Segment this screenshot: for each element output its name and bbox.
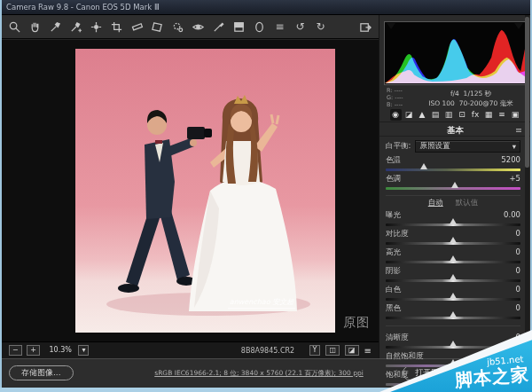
- slider-label: 黑色: [386, 303, 401, 312]
- straighten-tool-icon[interactable]: [129, 20, 145, 35]
- tab-hsl-grayscale[interactable]: ▤: [430, 109, 442, 121]
- tab-effects[interactable]: fx: [470, 109, 481, 121]
- tab-basic[interactable]: ◉: [390, 109, 402, 121]
- slider-thumb[interactable]: [420, 163, 427, 169]
- white-balance-row: 白平衡: 原照设置 ▾: [386, 138, 520, 153]
- color-sampler-tool-icon[interactable]: [68, 20, 83, 35]
- photo-watermark-text: anwenchao 安文超: [230, 298, 294, 306]
- save-image-button[interactable]: 存储图像...: [9, 365, 74, 380]
- slider-thumb[interactable]: [450, 218, 457, 224]
- slider-thumb[interactable]: [451, 182, 458, 188]
- auto-default-links: 自动 默认值: [386, 195, 520, 210]
- crop-tool-icon[interactable]: [109, 20, 124, 35]
- slider-value[interactable]: 0.00: [504, 210, 520, 219]
- slider-value[interactable]: 0: [516, 266, 520, 275]
- copy-settings-button[interactable]: ◪: [345, 345, 359, 356]
- slider-track[interactable]: [386, 317, 520, 319]
- slider-label: 色调: [386, 174, 401, 183]
- rgb-readout: R: ----G: ----B: ----: [387, 87, 403, 108]
- before-after-cycle-button[interactable]: Y: [309, 345, 321, 356]
- zoom-out-button[interactable]: −: [9, 345, 22, 356]
- radial-filter-tool-icon[interactable]: [252, 20, 267, 35]
- targeted-adjustment-tool-icon[interactable]: [89, 20, 104, 35]
- toolbar: ≡ ↺ ↻: [2, 15, 379, 39]
- zoom-level-value[interactable]: 10.3%: [47, 346, 74, 355]
- photo-preview[interactable]: anwenchao 安文超: [75, 49, 335, 333]
- slider-contrast: 对比度0: [386, 229, 520, 247]
- slider-thumb[interactable]: [450, 311, 457, 318]
- auto-link[interactable]: 自动: [428, 198, 443, 208]
- slider-track[interactable]: [386, 279, 520, 282]
- exif-line-1: f/4 1/125 秒: [418, 89, 524, 98]
- zoom-in-button[interactable]: +: [27, 345, 40, 356]
- panel-scrollbar-thumb[interactable]: [525, 17, 529, 168]
- zoom-tool-icon[interactable]: [7, 20, 22, 35]
- rgb-readout-row: R: ----: [387, 87, 403, 94]
- shadow-clipping-indicator[interactable]: [387, 23, 395, 29]
- chevron-down-icon: ▾: [512, 142, 516, 151]
- spot-removal-tool-icon[interactable]: [170, 20, 185, 35]
- slider-thumb[interactable]: [450, 237, 457, 243]
- swap-settings-button[interactable]: ◫: [325, 345, 340, 356]
- tone-sliders: 曝光0.00对比度0高光0阴影0白色0黑色0: [386, 210, 520, 322]
- preferences-icon[interactable]: ≡: [272, 20, 287, 35]
- adjustment-brush-tool-icon[interactable]: [211, 20, 226, 35]
- workflow-options-link[interactable]: sRGB IEC61966-2.1; 8 位; 3840 x 5760 (22.…: [126, 369, 392, 378]
- slider-track[interactable]: [386, 261, 520, 263]
- graduated-filter-tool-icon[interactable]: [231, 20, 246, 35]
- preview-mode-label: 原图: [343, 315, 370, 331]
- slider-value[interactable]: +5: [509, 174, 520, 183]
- slider-track[interactable]: [386, 242, 520, 245]
- adjustments-panel: R: ----G: ----B: ---- f/4 1/125 秒 ISO 10…: [379, 15, 530, 358]
- toggle-fullscreen-icon[interactable]: [358, 20, 373, 35]
- slider-label: 阴影: [386, 266, 401, 275]
- slider-value[interactable]: 0: [516, 229, 520, 238]
- transform-tool-icon[interactable]: [150, 20, 165, 35]
- rotate-right-icon[interactable]: ↻: [313, 20, 328, 35]
- rotate-left-icon[interactable]: ↺: [293, 20, 308, 35]
- title-bar[interactable]: Camera Raw 9.8 - Canon EOS 5D Mark Ⅲ: [0, 0, 532, 15]
- slider-label: 高光: [386, 247, 401, 256]
- red-eye-removal-tool-icon[interactable]: [191, 20, 206, 35]
- photo-watermark-subline: [228, 308, 295, 310]
- slider-label: 色温: [386, 155, 401, 164]
- tab-snapshots[interactable]: ▣: [510, 109, 521, 121]
- panel-scrollbar[interactable]: [525, 15, 529, 358]
- slider-label: 曝光: [386, 210, 401, 219]
- default-link[interactable]: 默认值: [456, 198, 479, 208]
- slider-track[interactable]: [386, 187, 520, 190]
- tab-lens-corrections[interactable]: ⊡: [457, 109, 468, 121]
- tab-detail[interactable]: ▲: [417, 109, 428, 121]
- slider-track[interactable]: [386, 223, 520, 226]
- panel-menu-icon[interactable]: ≡: [515, 123, 522, 137]
- slider-thumb[interactable]: [450, 274, 457, 280]
- tab-presets[interactable]: ≡: [497, 109, 508, 121]
- window-title: Camera Raw 9.8 - Canon EOS 5D Mark Ⅲ: [6, 3, 160, 12]
- zoom-level-dropdown-caret[interactable]: ▾: [78, 345, 89, 356]
- status-bar: − + 10.3% ▾ 8B8A9845.CR2 Y ◫ ◪ ≡: [2, 341, 379, 358]
- slider-thumb[interactable]: [450, 255, 457, 262]
- hand-tool-icon[interactable]: [27, 20, 43, 35]
- tab-split-toning[interactable]: ▥: [443, 109, 455, 121]
- tab-camera-calibration[interactable]: ▦: [483, 109, 495, 121]
- white-balance-tool-icon[interactable]: [48, 20, 63, 35]
- slider-thumb[interactable]: [450, 293, 457, 299]
- slider-track[interactable]: [386, 298, 520, 301]
- slider-value[interactable]: 0: [516, 303, 520, 312]
- wb-sliders: 色温5200色调+5: [386, 155, 520, 192]
- slider-exposure: 曝光0.00: [386, 210, 520, 229]
- tab-tone-curve[interactable]: ◪: [403, 109, 415, 121]
- highlight-clipping-indicator[interactable]: [514, 23, 523, 29]
- preview-menu-icon[interactable]: ≡: [364, 346, 372, 356]
- white-balance-dropdown[interactable]: 原照设置 ▾: [415, 140, 520, 153]
- preview-toggles: Y ◫ ◪ ≡: [309, 345, 372, 356]
- slider-label: 白色: [386, 285, 401, 294]
- slider-value[interactable]: 0: [516, 285, 520, 294]
- slider-shadows: 阴影0: [386, 266, 520, 285]
- slider-track[interactable]: [386, 169, 520, 171]
- window-frame-left: [0, 0, 2, 392]
- slider-value[interactable]: 0: [516, 247, 520, 256]
- slider-value[interactable]: 5200: [501, 155, 520, 164]
- image-canvas: anwenchao 安文超 原图: [2, 40, 379, 341]
- site-watermark: jb51.net 脚本之家: [379, 330, 532, 392]
